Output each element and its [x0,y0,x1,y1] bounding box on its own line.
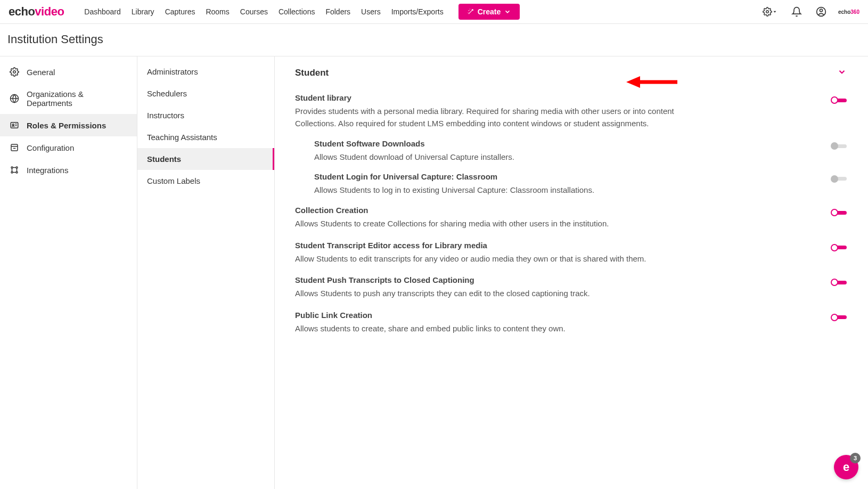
nav-dashboard[interactable]: Dashboard [84,7,121,16]
nav-captures[interactable]: Captures [165,7,195,16]
sidebar2-item-schedulers[interactable]: Schedulers [137,83,274,104]
box-icon [10,143,19,152]
top-nav: echovideo Dashboard Library Captures Roo… [0,0,868,24]
sidebar2-item-custom-labels[interactable]: Custom Labels [137,170,274,192]
setting-title: Student Software Downloads [314,139,820,148]
create-button[interactable]: Create [458,4,520,20]
chevron-down-icon [504,8,511,15]
setting-software-downloads: Student Software Downloads Allows Studen… [314,135,847,168]
setting-text: Student Transcript Editor access for Lib… [295,241,820,265]
svg-point-8 [12,124,14,126]
sidebar-item-configuration[interactable]: Configuration [0,136,137,159]
nav-rooms[interactable]: Rooms [206,7,229,16]
create-label: Create [478,7,501,16]
chat-widget-button[interactable]: e 3 [834,455,858,479]
svg-point-14 [11,167,13,168]
main-layout: General Organizations & Departments Role… [0,56,868,489]
setting-desc: Allows Students to create Collections fo… [295,218,700,230]
setting-text: Student Software Downloads Allows Studen… [314,139,820,164]
setting-text: Student library Provides students with a… [295,93,820,129]
bell-icon [791,6,802,17]
toggle-student-library[interactable] [831,96,847,104]
nodes-icon [10,165,19,175]
nav-library[interactable]: Library [132,7,154,16]
svg-rect-11 [11,144,18,151]
setting-desc: Provides students with a personal media … [295,105,700,129]
brand-part1: echo [9,5,35,18]
primary-sidebar: General Organizations & Departments Role… [0,56,137,489]
toggle-transcript-editor[interactable] [831,244,847,251]
toggle-software-downloads[interactable] [831,142,847,150]
id-card-icon [10,120,19,130]
setting-title: Public Link Creation [295,311,820,320]
sidebar-item-integrations[interactable]: Integrations [0,159,137,181]
sidebar-item-label: Organizations & Departments [27,89,127,108]
sidebar-item-label: Integrations [27,166,68,175]
toggle-public-link[interactable] [831,314,847,321]
sidebar-item-orgs[interactable]: Organizations & Departments [0,83,137,114]
notifications-button[interactable] [789,4,804,19]
user-circle-icon [816,6,826,17]
brand-part2: video [35,5,64,18]
toggle-push-transcripts[interactable] [831,279,847,286]
setting-title: Student Push Transcripts to Closed Capti… [295,275,820,284]
collapse-button[interactable] [837,67,847,78]
setting-push-transcripts: Student Push Transcripts to Closed Capti… [295,270,847,305]
setting-title: Student Login for Universal Capture: Cla… [314,172,820,181]
nav-folders[interactable]: Folders [325,7,350,16]
sidebar-item-label: Roles & Permissions [27,121,106,130]
setting-desc: Allows Student download of Universal Cap… [314,151,719,164]
setting-public-link: Public Link Creation Allows students to … [295,305,847,340]
setting-uc-classroom-login: Student Login for Universal Capture: Cla… [314,168,847,201]
gear-icon [763,7,772,17]
chat-badge: 3 [850,453,861,463]
secondary-sidebar: Administrators Schedulers Instructors Te… [137,56,275,489]
account-button[interactable] [814,4,829,19]
nav-right: echo360 [760,4,859,19]
svg-point-4 [13,71,16,74]
content-panel: Student Student library Provides student… [275,56,868,489]
toggle-collection-creation[interactable] [831,209,847,216]
svg-point-17 [16,172,18,173]
sidebar-item-label: General [27,68,55,77]
nav-imports-exports[interactable]: Imports/Exports [391,7,444,16]
nav-collections[interactable]: Collections [279,7,315,16]
sidebar2-item-administrators[interactable]: Administrators [137,61,274,83]
globe-icon [10,94,19,103]
sidebar2-item-instructors[interactable]: Instructors [137,104,274,126]
setting-title: Student Transcript Editor access for Lib… [295,241,820,250]
section-header: Student [295,67,847,82]
setting-desc: Allows students to create, share and emb… [295,323,700,335]
svg-point-15 [16,167,18,168]
svg-point-3 [820,9,822,12]
svg-point-0 [766,11,769,13]
toggle-uc-classroom-login[interactable] [831,175,847,183]
setting-title: Collection Creation [295,206,820,215]
setting-transcript-editor: Student Transcript Editor access for Lib… [295,235,847,271]
svg-point-16 [11,172,13,173]
settings-dropdown-button[interactable] [760,5,780,19]
setting-desc: Allows Students to push any transcripts … [295,288,700,300]
mini-brand-logo: echo360 [838,9,859,15]
sidebar-item-roles[interactable]: Roles & Permissions [0,114,137,136]
sidebar-item-general[interactable]: General [0,61,137,83]
nav-courses[interactable]: Courses [240,7,268,16]
nav-users[interactable]: Users [361,7,381,16]
brand-logo[interactable]: echovideo [9,5,64,19]
setting-text: Student Push Transcripts to Closed Capti… [295,275,820,300]
setting-title: Student library [295,93,820,102]
gear-icon [10,67,19,77]
setting-text: Collection Creation Allows Students to c… [295,206,820,230]
caret-down-icon [772,9,777,14]
settings-group: Student library Provides students with a… [295,82,847,344]
svg-marker-1 [773,11,776,13]
svg-rect-7 [11,123,18,128]
setting-text: Student Login for Universal Capture: Cla… [314,172,820,197]
setting-collection-creation: Collection Creation Allows Students to c… [295,200,847,235]
page-title: Institution Settings [0,24,868,56]
setting-desc: Allows Students to log in to existing Un… [314,184,719,197]
magic-wand-icon [467,8,474,15]
sidebar2-item-students[interactable]: Students [137,148,274,170]
nav-links: Dashboard Library Captures Rooms Courses… [84,4,520,20]
sidebar2-item-teaching-assistants[interactable]: Teaching Assistants [137,126,274,148]
